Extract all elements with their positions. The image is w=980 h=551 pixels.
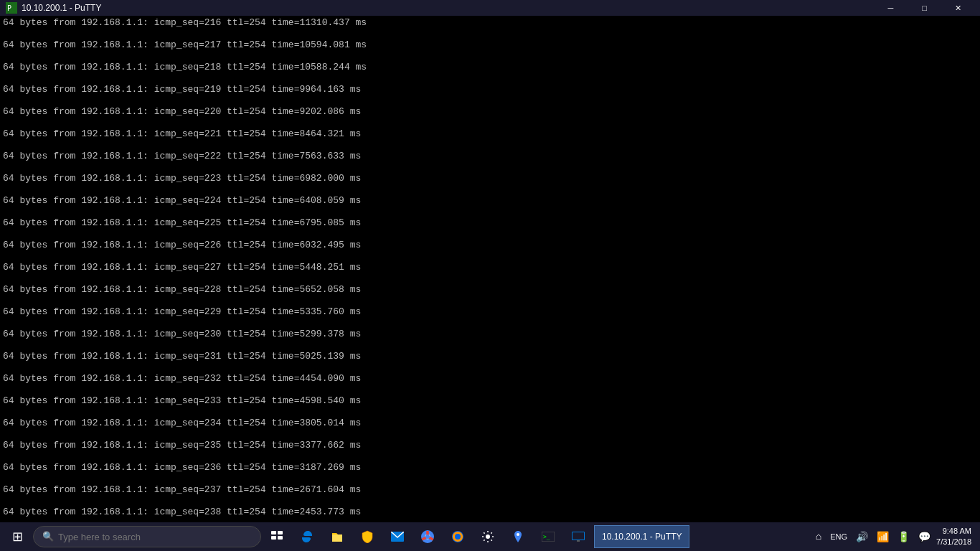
terminal-output[interactable]: 64 bytes from 192.168.1.1: icmp_seq=216 …: [0, 16, 980, 522]
putty-icon: P: [6, 2, 17, 14]
terminal-line: 64 bytes from 192.168.1.1: icmp_seq=234 …: [3, 418, 977, 429]
svg-rect-2: [271, 531, 276, 534]
firefox-button[interactable]: [443, 522, 472, 551]
terminal-line: 64 bytes from 192.168.1.1: icmp_seq=222 …: [3, 151, 977, 162]
search-bar[interactable]: 🔍: [33, 526, 261, 547]
svg-point-9: [425, 534, 430, 539]
svg-rect-17: [573, 532, 584, 540]
svg-point-13: [517, 533, 519, 536]
terminal-line: 64 bytes from 192.168.1.1: icmp_seq=218 …: [3, 62, 977, 73]
terminal-line: 64 bytes from 192.168.1.1: icmp_seq=230 …: [3, 329, 977, 340]
close-button[interactable]: ✕: [942, 0, 974, 16]
terminal-line: 64 bytes from 192.168.1.1: icmp_seq=237 …: [3, 484, 977, 496]
svg-text:P: P: [7, 4, 11, 12]
terminal-line: 64 bytes from 192.168.1.1: icmp_seq=220 …: [3, 106, 977, 118]
svg-point-12: [486, 534, 490, 539]
terminal-line: 64 bytes from 192.168.1.1: icmp_seq=232 …: [3, 373, 977, 385]
terminal-line: 64 bytes from 192.168.1.1: icmp_seq=223 …: [3, 173, 977, 184]
title-bar: P 10.10.200.1 - PuTTY ─ □ ✕: [0, 0, 980, 16]
settings-button[interactable]: [473, 522, 502, 551]
chrome-button[interactable]: [413, 522, 442, 551]
svg-text:>_: >_: [543, 534, 550, 540]
terminal-line: 64 bytes from 192.168.1.1: icmp_seq=231 …: [3, 351, 977, 362]
maps-button[interactable]: [504, 522, 532, 551]
remote-desktop-button[interactable]: [564, 522, 593, 551]
putty-taskbar-label: 10.10.200.1 - PuTTY: [602, 532, 682, 542]
terminal-line: 64 bytes from 192.168.1.1: icmp_seq=236 …: [3, 462, 977, 474]
window-controls: ─ □ ✕: [875, 0, 974, 16]
terminal-line: 64 bytes from 192.168.1.1: icmp_seq=224 …: [3, 195, 977, 207]
network-tray-icon[interactable]: ⌂: [813, 529, 824, 544]
search-icon: 🔍: [42, 531, 54, 542]
mail-button[interactable]: [383, 522, 412, 551]
terminal-line: 64 bytes from 192.168.1.1: icmp_seq=227 …: [3, 262, 977, 273]
notification-icon[interactable]: 💬: [915, 529, 933, 545]
terminal-line: 64 bytes from 192.168.1.1: icmp_seq=219 …: [3, 84, 977, 95]
terminal-line: 64 bytes from 192.168.1.1: icmp_seq=229 …: [3, 306, 977, 318]
clock[interactable]: 9:48 AM 7/31/2018: [936, 526, 971, 548]
putty-taskbar-item[interactable]: 10.10.200.1 - PuTTY: [594, 525, 689, 548]
taskbar: ⊞ 🔍: [0, 522, 980, 551]
terminal-line: 64 bytes from 192.168.1.1: icmp_seq=226 …: [3, 240, 977, 251]
terminal-line: 64 bytes from 192.168.1.1: icmp_seq=217 …: [3, 39, 977, 51]
network-icon[interactable]: 📶: [874, 529, 892, 545]
clock-time: 9:48 AM: [936, 526, 971, 537]
edge-button[interactable]: [293, 522, 321, 551]
language-icon[interactable]: ENG: [827, 531, 850, 542]
file-explorer-button[interactable]: [323, 522, 352, 551]
titlebar-left: P 10.10.200.1 - PuTTY: [6, 2, 101, 14]
svg-rect-3: [278, 531, 283, 534]
battery-icon[interactable]: 🔋: [895, 529, 913, 545]
security-button[interactable]: [353, 522, 382, 551]
start-button[interactable]: ⊞: [3, 522, 32, 551]
terminal-line: 64 bytes from 192.168.1.1: icmp_seq=238 …: [3, 507, 977, 518]
task-view-button[interactable]: [263, 522, 291, 551]
clock-date: 7/31/2018: [936, 537, 971, 547]
terminal-line: 64 bytes from 192.168.1.1: icmp_seq=233 …: [3, 395, 977, 407]
system-tray: ⌂ ENG 🔊 📶 🔋 💬 9:48 AM 7/31/2018: [813, 526, 977, 548]
terminal-line: 64 bytes from 192.168.1.1: icmp_seq=216 …: [3, 17, 977, 29]
svg-rect-18: [577, 540, 580, 542]
minimize-button[interactable]: ─: [875, 0, 907, 16]
svg-point-11: [455, 534, 461, 540]
terminal-taskbar-button[interactable]: >_: [534, 522, 562, 551]
svg-rect-5: [278, 536, 283, 540]
svg-rect-4: [271, 536, 276, 540]
maximize-button[interactable]: □: [908, 0, 941, 16]
terminal-line: 64 bytes from 192.168.1.1: icmp_seq=225 …: [3, 217, 977, 229]
terminal-line: 64 bytes from 192.168.1.1: icmp_seq=228 …: [3, 284, 977, 296]
terminal-line: 64 bytes from 192.168.1.1: icmp_seq=235 …: [3, 440, 977, 451]
volume-icon[interactable]: 🔊: [853, 529, 871, 545]
search-input[interactable]: [58, 532, 252, 542]
window-title: 10.10.200.1 - PuTTY: [22, 3, 101, 13]
terminal-line: 64 bytes from 192.168.1.1: icmp_seq=221 …: [3, 128, 977, 140]
windows-icon: ⊞: [12, 529, 23, 545]
